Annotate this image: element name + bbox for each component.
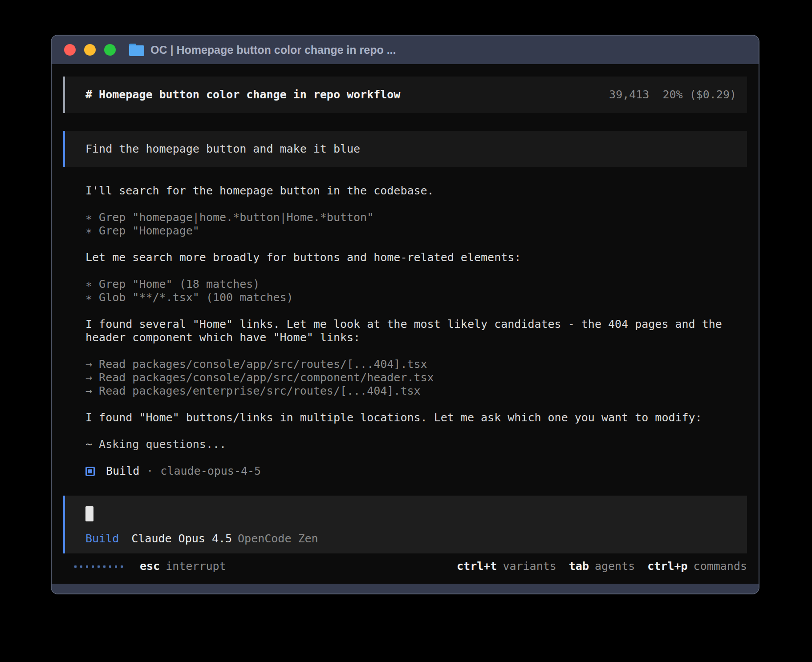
hint-key: tab	[569, 560, 589, 573]
transcript-group: ~ Asking questions...	[85, 438, 744, 451]
hint-key: ctrl+p	[647, 560, 687, 573]
transcript-line: → Read packages/console/app/src/routes/[…	[85, 358, 744, 371]
prompt-input[interactable]: Build Claude Opus 4.5 OpenCode Zen	[63, 496, 747, 553]
input-model: Claude Opus 4.5	[131, 532, 232, 545]
spinner-dot	[80, 565, 82, 568]
transcript-line: I found "Home" buttons/links in multiple…	[85, 411, 744, 424]
status-left: escinterrupt	[63, 560, 226, 573]
key-hint: ctrl+tvariants	[457, 560, 556, 573]
session-title: # Homepage button color change in repo w…	[85, 88, 400, 101]
transcript-group: I found "Home" buttons/links in multiple…	[85, 411, 744, 424]
hint-key: ctrl+t	[457, 560, 497, 573]
transcript-group: Let me search more broadly for buttons a…	[85, 251, 744, 264]
transcript-group: I found several "Home" links. Let me loo…	[85, 318, 744, 344]
close-button[interactable]	[64, 44, 76, 56]
agent-model: claude-opus-4-5	[160, 464, 261, 478]
transcript-group: ∗ Grep "Home" (18 matches)∗ Glob "**/*.t…	[85, 278, 744, 304]
terminal-window: OC | Homepage button color change in rep…	[51, 35, 759, 594]
status-bar: escinterrupt ctrl+tvariantstabagentsctrl…	[63, 560, 747, 573]
agent-separator: ·	[146, 464, 153, 478]
window-bottom-strip	[52, 584, 759, 593]
transcript-line: → Read packages/console/app/src/componen…	[85, 371, 744, 384]
transcript-line: ∗ Glob "**/*.tsx" (100 matches)	[85, 291, 744, 304]
transcript-group: I'll search for the homepage button in t…	[85, 184, 744, 198]
transcript-line: ∗ Grep "Home" (18 matches)	[85, 278, 744, 291]
agent-status-row: Build · claude-opus-4-5	[63, 464, 747, 478]
input-footer: Build Claude Opus 4.5 OpenCode Zen	[85, 532, 736, 545]
hint-label: agents	[595, 560, 635, 573]
transcript-group: ∗ Grep "homepage|home.*button|Home.*butt…	[85, 211, 744, 238]
key-hint: tabagents	[569, 560, 635, 573]
transcript-line: I found several "Home" links. Let me loo…	[85, 318, 744, 344]
transcript-line: I'll search for the homepage button in t…	[85, 184, 744, 198]
build-agent-icon	[85, 467, 95, 476]
window-titlebar: OC | Homepage button color change in rep…	[52, 36, 759, 64]
transcript-line: → Read packages/enterprise/src/routes/[.…	[85, 384, 744, 398]
spinner-dot	[121, 565, 123, 568]
transcript-group: → Read packages/console/app/src/routes/[…	[85, 358, 744, 398]
window-title: OC | Homepage button color change in rep…	[150, 44, 396, 57]
transcript: I'll search for the homepage button in t…	[63, 184, 744, 451]
spinner-dot	[97, 565, 100, 568]
maximize-button[interactable]	[104, 44, 116, 56]
desktop: OC | Homepage button color change in rep…	[0, 0, 812, 662]
key-hint: escinterrupt	[140, 560, 226, 573]
spinner-dot	[109, 565, 111, 568]
input-mode-badge: Build	[85, 532, 119, 545]
user-message: Find the homepage button and make it blu…	[63, 131, 747, 167]
hint-label: commands	[694, 560, 747, 573]
text-cursor	[85, 506, 93, 521]
session-header: # Homepage button color change in repo w…	[63, 77, 747, 113]
spinner-dot	[74, 565, 77, 568]
transcript-line: ∗ Grep "homepage|home.*button|Home.*butt…	[85, 211, 744, 224]
token-count: 39,413	[609, 88, 649, 101]
spinner-dot	[92, 565, 94, 568]
key-hint: ctrl+pcommands	[647, 560, 747, 573]
transcript-line: Let me search more broadly for buttons a…	[85, 251, 744, 264]
hint-key: esc	[140, 560, 160, 573]
session-metrics: 39,413 20% ($0.29)	[609, 88, 736, 101]
context-usage: 20% ($0.29)	[662, 88, 736, 101]
transcript-line: ~ Asking questions...	[85, 438, 744, 451]
traffic-lights	[64, 44, 116, 56]
spinner-dots	[74, 565, 123, 568]
user-message-text: Find the homepage button and make it blu…	[85, 142, 360, 156]
spinner-dot	[86, 565, 88, 568]
right-hints: ctrl+tvariantstabagentsctrl+pcommands	[457, 560, 747, 573]
input-provider: OpenCode Zen	[238, 532, 318, 545]
minimize-button[interactable]	[84, 44, 96, 56]
terminal-content: # Homepage button color change in repo w…	[52, 64, 759, 584]
spinner-dot	[115, 565, 117, 568]
folder-icon	[129, 44, 144, 56]
spinner-dot	[103, 565, 106, 568]
left-hints: escinterrupt	[140, 560, 226, 573]
agent-label: Build	[106, 464, 139, 478]
hint-label: interrupt	[166, 560, 226, 573]
hint-label: variants	[503, 560, 556, 573]
transcript-line: ∗ Grep "Homepage"	[85, 224, 744, 238]
